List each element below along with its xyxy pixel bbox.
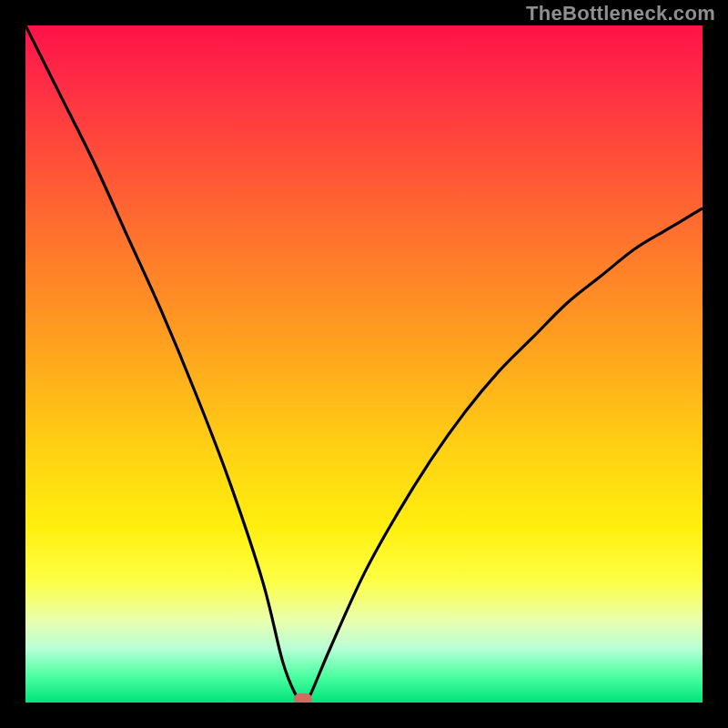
plot-area: [25, 25, 703, 703]
bottleneck-curve: [25, 25, 703, 703]
chart-frame: TheBottleneck.com: [0, 0, 728, 728]
optimal-point-marker: [294, 693, 312, 703]
curve-path: [25, 25, 703, 703]
watermark-text: TheBottleneck.com: [526, 2, 715, 25]
